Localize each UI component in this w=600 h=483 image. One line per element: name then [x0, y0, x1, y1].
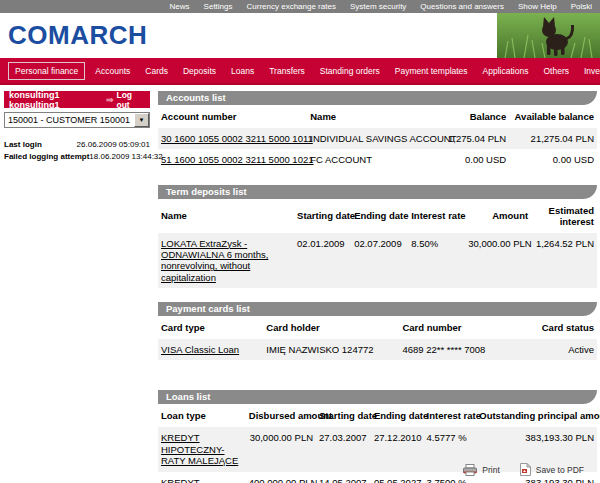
cell: KREDYT HIPOTECZNY-RATY MALEJĄCE [158, 427, 246, 471]
nav-tab[interactable]: Personal finance [8, 62, 85, 80]
deposits-section-title: Term deposits list [158, 185, 597, 199]
loans-section-title: Loans list [158, 390, 597, 404]
cell: 1,275.04 PLN [443, 128, 509, 149]
column-header: Account number [158, 105, 307, 128]
main-area: Accounts list Account numberNameBalanceA… [152, 91, 600, 483]
column-header: Card holder [263, 316, 399, 339]
pdf-icon [520, 463, 531, 476]
nav-tab[interactable]: Accounts [90, 62, 135, 80]
cards-section-title: Payment cards list [158, 302, 597, 316]
logout-label: Log out [116, 90, 145, 110]
nav-tab[interactable]: Deposits [178, 62, 221, 80]
last-login-value: 26.06.2009 05:09:01 [77, 140, 150, 149]
cell: 02.01.2009 [294, 233, 351, 289]
loans-item-link[interactable]: KREDYT HIPOTECZNY-RATY MALEJĄCE [161, 432, 238, 466]
cell: 4689 22** **** 7008 [399, 339, 531, 360]
cell: LOKATA ExtraZysk - ODNAWIALNA 6 months, … [158, 233, 294, 289]
table-row: 51 1600 1055 0002 3211 5000 1021FC ACCOU… [158, 149, 597, 170]
customer-select-value: 150001 - CUSTOMER 150001 [8, 115, 130, 125]
top-link[interactable]: Currency exchange rates [247, 2, 336, 11]
cell: 30,000.00 PLN [246, 427, 316, 471]
cell: Active [531, 339, 597, 360]
sidebar: konsulting1 konsulting1 ⇒ Log out 150001… [0, 91, 152, 483]
cards-item-link[interactable]: VISA Classic Loan [161, 344, 239, 355]
cell: 05.05.2027 [371, 472, 424, 483]
cell: 1,264.52 PLN [531, 233, 597, 289]
user-bar: konsulting1 konsulting1 ⇒ Log out [4, 91, 150, 108]
deposits-item-link[interactable]: LOKATA ExtraZysk - ODNAWIALNA 6 months, … [161, 238, 268, 283]
cell: KREDYT HIPOTECZNY-RATY MALEJĄCE [158, 472, 246, 483]
logout-arrow-icon: ⇒ [106, 95, 114, 105]
top-link[interactable]: Settings [204, 2, 233, 11]
cell: 8.50% [408, 233, 465, 289]
column-header: Starting date [294, 199, 351, 233]
top-link[interactable]: Show Help [518, 2, 557, 11]
cell: FC ACCOUNT [307, 149, 443, 170]
cell: INDIVIDUAL SAVINGS ACCOUNT [307, 128, 443, 149]
nav-tab[interactable]: Investments [579, 62, 600, 80]
table-row: LOKATA ExtraZysk - ODNAWIALNA 6 months, … [158, 233, 597, 289]
cell: IMIĘ NAZWISKO 124772 [263, 339, 399, 360]
deposits-table: NameStarting dateEnding dateInterest rat… [158, 199, 597, 288]
last-login-label: Last login [4, 140, 42, 149]
main-nav: Personal financeAccountsCardsDepositsLoa… [0, 58, 600, 85]
nav-tab[interactable]: Cards [140, 62, 173, 80]
accounts-item-link[interactable]: 51 1600 1055 0002 3211 5000 1021 [161, 154, 314, 165]
printer-icon [463, 464, 477, 476]
accounts-table: Account numberNameBalanceAvailable balan… [158, 105, 597, 171]
nav-tab[interactable]: Transfers [264, 62, 310, 80]
nav-tab[interactable]: Standing orders [315, 62, 385, 80]
top-link[interactable]: Polski [571, 2, 592, 11]
cell: 400,000.00 PLN [246, 472, 316, 483]
print-label: Print [482, 465, 499, 475]
print-button[interactable]: Print [463, 464, 499, 476]
cell: 21,275.04 PLN [509, 128, 597, 149]
loans-item-link[interactable]: KREDYT HIPOTECZNY-RATY MALEJĄCE [161, 477, 238, 483]
cell: 51 1600 1055 0002 3211 5000 1021 [158, 149, 307, 170]
dropdown-arrow-icon[interactable]: ▼ [134, 113, 149, 127]
cards-section: Payment cards list Card typeCard holderC… [158, 302, 597, 360]
nav-tab[interactable]: Payment templates [390, 62, 473, 80]
column-header: Interest rate [424, 404, 477, 427]
column-header: Card number [399, 316, 531, 339]
logout-button[interactable]: ⇒ Log out [106, 90, 145, 110]
column-header: Name [158, 199, 294, 233]
failed-login-label: Failed logging attempt [4, 152, 89, 161]
top-link[interactable]: System security [350, 2, 406, 11]
top-links-bar: NewsSettingsCurrency exchange ratesSyste… [0, 0, 600, 13]
footer-actions: Print Save to PDF [463, 463, 584, 476]
accounts-section-title: Accounts list [158, 91, 597, 105]
customer-select[interactable]: 150001 - CUSTOMER 150001 ▼ [4, 112, 150, 128]
nav-tab[interactable]: Applications [478, 62, 534, 80]
column-header: Name [307, 105, 443, 128]
kitten-photo [497, 13, 600, 58]
cell: 0.00 USD [443, 149, 509, 170]
page-header: COMARCH [0, 13, 600, 58]
column-header: Balance [443, 105, 509, 128]
column-header: Estimated interest [531, 199, 597, 233]
accounts-item-link[interactable]: 30 1600 1055 0002 3211 5000 1011 [161, 133, 313, 144]
cell: 0.00 USD [509, 149, 597, 170]
column-header: Loan type [158, 404, 246, 427]
content: konsulting1 konsulting1 ⇒ Log out 150001… [0, 85, 600, 483]
column-header: Amount [465, 199, 531, 233]
table-row: VISA Classic LoanIMIĘ NAZWISKO 124772468… [158, 339, 597, 360]
top-link[interactable]: News [170, 2, 190, 11]
column-header: Available balance [509, 105, 597, 128]
accounts-section: Accounts list Account numberNameBalanceA… [158, 91, 597, 171]
cell: 14.05.2007 [316, 472, 371, 483]
column-header: Interest rate [408, 199, 465, 233]
column-header: Ending date [351, 199, 408, 233]
save-pdf-button[interactable]: Save to PDF [520, 463, 584, 476]
cards-table: Card typeCard holderCard numberCard stat… [158, 316, 597, 360]
column-header: Ending date [371, 404, 424, 427]
cell: 30,000.00 PLN [465, 233, 531, 289]
column-header: Outstanding principal amount [476, 404, 597, 427]
nav-tab[interactable]: Others [538, 62, 574, 80]
column-header: Disbursed amount [246, 404, 316, 427]
user-name: konsulting1 konsulting1 [9, 90, 106, 110]
top-link[interactable]: Questions and answers [420, 2, 504, 11]
nav-tab[interactable]: Loans [226, 62, 259, 80]
cell: 02.07.2009 [351, 233, 408, 289]
save-pdf-label: Save to PDF [536, 465, 584, 475]
